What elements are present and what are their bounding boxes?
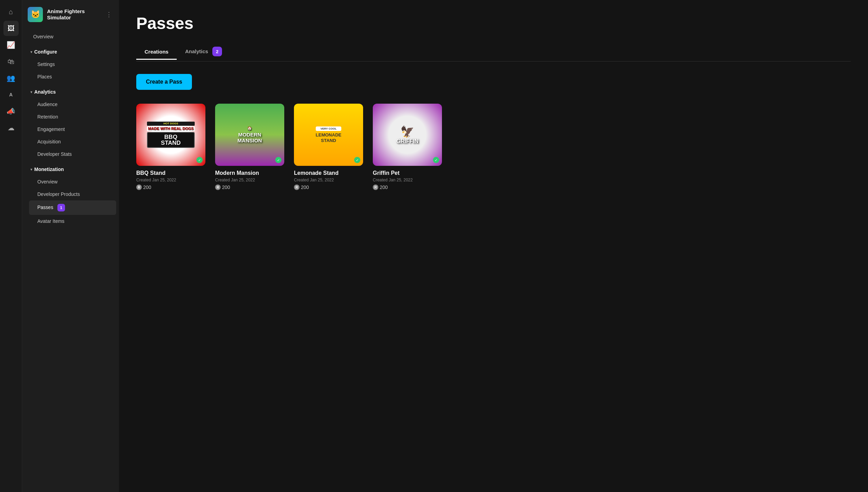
pass-name-bbq: BBQ Stand: [136, 170, 205, 176]
sidebar-sub-monetization: Overview Developer Products Passes 1 Ava…: [22, 176, 119, 227]
sidebar: 🐱 Anime Fighters Simulator ⋮ Overview ▾ …: [22, 0, 119, 492]
pass-price-bbq: R 200: [136, 184, 205, 190]
mansion-content: 🏠 MODERNMANSION: [238, 126, 262, 143]
verified-icon-bbq: ✓: [196, 157, 203, 163]
megaphone-icon[interactable]: 📣: [3, 104, 19, 119]
pass-price-value-bbq: 200: [143, 184, 151, 190]
robux-icon-mansion: R: [215, 184, 221, 190]
icon-nav: ⌂ 🖼 📈 🛍 👥 A 📣 ☁: [0, 0, 22, 492]
bbq-stand-label: BBQSTAND: [147, 132, 195, 148]
sidebar-group-monetization[interactable]: ▾ Monetization: [22, 163, 119, 176]
bbq-hotdogs-sign: HOT DOGS: [147, 122, 195, 126]
passes-badge: 1: [57, 204, 65, 211]
tab-creations-label: Creations: [145, 49, 168, 55]
tabs-bar: Creations Analytics 2: [136, 42, 851, 62]
sidebar-group-configure[interactable]: ▾ Configure: [22, 46, 119, 58]
sidebar-sub-analytics: Audience Retention Engagement Acquisitio…: [22, 98, 119, 160]
pass-price-value-mansion: 200: [222, 184, 230, 190]
sidebar-group-monetization-label: Monetization: [34, 167, 64, 172]
sidebar-item-acquisition[interactable]: Acquisition: [29, 135, 116, 148]
sidebar-item-passes[interactable]: Passes 1: [29, 200, 116, 215]
mansion-building: 🏠: [238, 126, 262, 131]
pass-card-griffin[interactable]: 🦅 GRIFFIN ✓ Griffin Pet Created Jan 25, …: [373, 104, 442, 190]
pass-date-bbq: Created Jan 25, 2022: [136, 178, 205, 182]
pass-card-bbq[interactable]: HOT DOGS MADE WITH REAL DOGS BBQSTAND ✓ …: [136, 104, 205, 190]
pass-price-griffin: R 200: [373, 184, 442, 190]
sidebar-item-retention[interactable]: Retention: [29, 111, 116, 123]
pass-card-mansion[interactable]: 🏠 MODERNMANSION ✓ Modern Mansion Created…: [215, 104, 284, 190]
pass-card-bbq-image: HOT DOGS MADE WITH REAL DOGS BBQSTAND ✓: [136, 104, 205, 166]
sidebar-item-overview[interactable]: Overview: [25, 30, 116, 43]
menu-dots-button[interactable]: ⋮: [104, 9, 113, 20]
sidebar-item-settings[interactable]: Settings: [29, 58, 116, 70]
sidebar-section-monetization: ▾ Monetization Overview Developer Produc…: [22, 162, 119, 229]
chart-icon[interactable]: 📈: [3, 37, 19, 53]
sidebar-header: 🐱 Anime Fighters Simulator ⋮: [22, 0, 119, 29]
sidebar-item-avatar-items[interactable]: Avatar Items: [29, 215, 116, 227]
pass-card-lemonade-image: VERY COOL LEMONADESTAND ✓: [294, 104, 363, 166]
pass-price-lemonade: R 200: [294, 184, 363, 190]
verified-icon-griffin: ✓: [433, 157, 439, 163]
image-icon[interactable]: 🖼: [3, 21, 19, 36]
sidebar-section-analytics: ▾ Analytics Audience Retention Engagemen…: [22, 84, 119, 162]
lemonade-sign-top: VERY COOL: [316, 126, 341, 131]
pass-name-lemonade: Lemonade Stand: [294, 170, 363, 176]
lemonade-background: VERY COOL LEMONADESTAND ✓: [294, 104, 363, 166]
sidebar-item-places[interactable]: Places: [29, 70, 116, 83]
pass-name-mansion: Modern Mansion: [215, 170, 284, 176]
sidebar-section-main: Overview: [22, 29, 119, 44]
robux-icon-lemonade: R: [294, 184, 299, 190]
pass-date-griffin: Created Jan 25, 2022: [373, 178, 442, 182]
griffin-emoji: 🦅: [396, 125, 418, 138]
home-icon[interactable]: ⌂: [3, 4, 19, 19]
griffin-content: 🦅 GRIFFIN: [396, 125, 418, 144]
griffin-background: 🦅 GRIFFIN ✓: [373, 104, 442, 166]
mansion-background: 🏠 MODERNMANSION ✓: [215, 104, 284, 166]
sidebar-item-developer-products[interactable]: Developer Products: [29, 188, 116, 200]
game-title: Anime Fighters Simulator: [47, 8, 100, 21]
passes-grid: HOT DOGS MADE WITH REAL DOGS BBQSTAND ✓ …: [136, 104, 851, 190]
robux-icon-bbq: R: [136, 184, 142, 190]
pass-card-griffin-image: 🦅 GRIFFIN ✓: [373, 104, 442, 166]
sidebar-item-engagement[interactable]: Engagement: [29, 123, 116, 135]
game-avatar: 🐱: [28, 7, 43, 22]
mansion-label: MODERNMANSION: [238, 132, 262, 143]
chevron-icon: ▾: [30, 50, 32, 54]
griffin-label: GRIFFIN: [396, 138, 418, 144]
pass-price-mansion: R 200: [215, 184, 284, 190]
sidebar-sub-configure: Settings Places: [22, 58, 119, 83]
lemonade-label: LEMONADESTAND: [316, 132, 341, 143]
tab-analytics[interactable]: Analytics 2: [177, 42, 230, 62]
pass-date-lemonade: Created Jan 25, 2022: [294, 178, 363, 182]
lemonade-content: VERY COOL LEMONADESTAND: [313, 124, 344, 146]
users-icon[interactable]: 👥: [3, 70, 19, 86]
chevron-icon: ▾: [30, 168, 32, 171]
pass-price-value-griffin: 200: [380, 184, 388, 190]
tab-analytics-label: Analytics: [185, 48, 208, 54]
pass-price-value-lemonade: 200: [301, 184, 309, 190]
pass-name-griffin: Griffin Pet: [373, 170, 442, 176]
sidebar-group-analytics-label: Analytics: [34, 89, 56, 95]
pass-card-mansion-image: 🏠 MODERNMANSION ✓: [215, 104, 284, 166]
chevron-icon: ▾: [30, 90, 32, 94]
translate-icon[interactable]: A: [3, 87, 19, 102]
analytics-badge: 2: [212, 47, 222, 56]
shop-icon[interactable]: 🛍: [3, 54, 19, 69]
page-title: Passes: [136, 14, 851, 33]
bbq-background: HOT DOGS MADE WITH REAL DOGS BBQSTAND ✓: [136, 104, 205, 166]
cloud-icon[interactable]: ☁: [3, 120, 19, 135]
sidebar-group-configure-label: Configure: [34, 49, 57, 55]
tab-creations[interactable]: Creations: [136, 45, 177, 60]
bbq-inner-content: HOT DOGS MADE WITH REAL DOGS BBQSTAND: [147, 122, 195, 148]
sidebar-group-analytics[interactable]: ▾ Analytics: [22, 86, 119, 98]
sidebar-item-mon-overview[interactable]: Overview: [29, 176, 116, 188]
pass-date-mansion: Created Jan 25, 2022: [215, 178, 284, 182]
pass-card-lemonade[interactable]: VERY COOL LEMONADESTAND ✓ Lemonade Stand…: [294, 104, 363, 190]
sidebar-item-audience[interactable]: Audience: [29, 98, 116, 111]
verified-icon-mansion: ✓: [275, 157, 281, 163]
sidebar-section-configure: ▾ Configure Settings Places: [22, 44, 119, 84]
main-content: Passes Creations Analytics 2 Create a Pa…: [119, 0, 868, 492]
create-pass-button[interactable]: Create a Pass: [136, 74, 192, 90]
bbq-subtitle: MADE WITH REAL DOGS: [147, 126, 195, 131]
sidebar-item-developer-stats[interactable]: Developer Stats: [29, 148, 116, 160]
